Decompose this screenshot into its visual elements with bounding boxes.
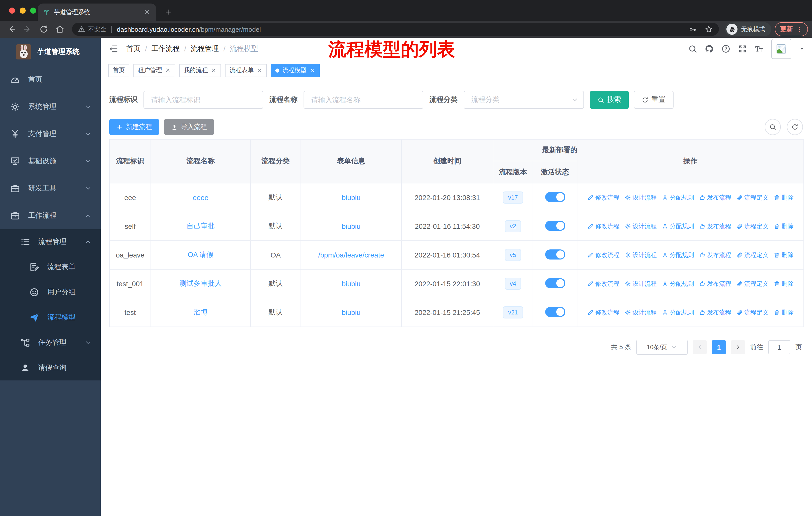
process-name-link[interactable]: OA 请假 — [188, 250, 214, 259]
tag-my-process[interactable]: 我的流程 — [179, 64, 221, 77]
close-icon[interactable] — [257, 67, 262, 73]
active-state-toggle[interactable] — [545, 278, 565, 288]
op-delete[interactable]: 删除 — [774, 279, 794, 288]
sidebar-item-workflow[interactable]: 工作流程 — [0, 202, 101, 229]
active-state-toggle[interactable] — [545, 220, 565, 230]
close-icon[interactable] — [165, 67, 171, 73]
refresh-table-button[interactable] — [787, 119, 803, 135]
reset-button[interactable]: 重置 — [634, 91, 673, 109]
op-delete[interactable]: 删除 — [774, 222, 794, 230]
form-info-link[interactable]: biubiu — [342, 308, 361, 317]
op-design-process[interactable]: 设计流程 — [625, 193, 657, 202]
goto-page-input[interactable] — [768, 340, 790, 354]
url-text[interactable]: dashboard.yudao.iocoder.cn/bpm/manager/m… — [117, 25, 261, 33]
op-assign-rule[interactable]: 分配规则 — [662, 279, 694, 288]
sidebar-item-process-model[interactable]: 流程模型 — [0, 305, 101, 330]
op-publish-process[interactable]: 发布流程 — [699, 193, 731, 202]
next-page-button[interactable] — [731, 340, 745, 354]
op-assign-rule[interactable]: 分配规则 — [662, 222, 694, 230]
sidebar-item-user-group[interactable]: 用户分组 — [0, 280, 101, 305]
op-design-process[interactable]: 设计流程 — [625, 308, 657, 317]
reload-icon[interactable] — [39, 25, 48, 34]
header-search-icon[interactable] — [688, 44, 697, 53]
process-name-input[interactable] — [303, 91, 424, 109]
browser-update-button[interactable]: 更新 — [775, 22, 808, 36]
op-delete[interactable]: 删除 — [774, 193, 794, 202]
op-edit-process[interactable]: 修改流程 — [587, 222, 619, 230]
sidebar-item-process-form[interactable]: 流程表单 — [0, 254, 101, 280]
op-edit-process[interactable]: 修改流程 — [587, 308, 619, 317]
op-process-definition[interactable]: 流程定义 — [736, 308, 768, 317]
version-badge[interactable]: v17 — [503, 191, 523, 203]
search-button[interactable]: 搜索 — [590, 91, 629, 109]
process-name-link[interactable]: eeee — [193, 193, 208, 201]
sidebar-item-payment[interactable]: 支付管理 — [0, 120, 101, 147]
prev-page-button[interactable] — [693, 340, 707, 354]
breadcrumb-process-management[interactable]: 流程管理 — [191, 44, 219, 53]
tag-home[interactable]: 首页 — [108, 64, 129, 77]
op-design-process[interactable]: 设计流程 — [625, 222, 657, 230]
avatar-caret-down-icon[interactable] — [799, 46, 805, 52]
active-state-toggle[interactable] — [545, 192, 565, 202]
version-badge[interactable]: v5 — [505, 249, 521, 261]
close-icon[interactable] — [211, 67, 216, 73]
import-process-button[interactable]: 导入流程 — [164, 119, 214, 135]
show-search-button[interactable] — [765, 119, 781, 135]
sidebar-item-infra[interactable]: 基础设施 — [0, 147, 101, 175]
op-publish-process[interactable]: 发布流程 — [699, 222, 731, 230]
help-icon[interactable] — [721, 44, 730, 53]
process-category-select[interactable]: 流程分类 — [464, 91, 584, 109]
form-info-link[interactable]: /bpm/oa/leave/create — [318, 251, 384, 259]
active-state-toggle[interactable] — [545, 307, 565, 317]
op-publish-process[interactable]: 发布流程 — [699, 308, 731, 317]
new-tab-button[interactable] — [162, 6, 174, 18]
window-minimize-button[interactable] — [20, 7, 26, 13]
op-assign-rule[interactable]: 分配规则 — [662, 251, 694, 259]
sidebar-item-devtools[interactable]: 研发工具 — [0, 175, 101, 202]
op-design-process[interactable]: 设计流程 — [625, 251, 657, 259]
op-edit-process[interactable]: 修改流程 — [587, 251, 619, 259]
back-icon[interactable] — [7, 25, 16, 34]
page-size-select[interactable]: 10条/页 — [636, 340, 688, 355]
op-design-process[interactable]: 设计流程 — [625, 279, 657, 288]
op-edit-process[interactable]: 修改流程 — [587, 279, 619, 288]
sidebar-item-home[interactable]: 首页 — [0, 66, 101, 93]
breadcrumb-home[interactable]: 首页 — [126, 44, 141, 53]
op-publish-process[interactable]: 发布流程 — [699, 251, 731, 259]
fullscreen-icon[interactable] — [738, 44, 747, 53]
form-info-link[interactable]: biubiu — [342, 280, 361, 288]
op-assign-rule[interactable]: 分配规则 — [662, 193, 694, 202]
window-zoom-button[interactable] — [30, 7, 36, 13]
op-assign-rule[interactable]: 分配规则 — [662, 308, 694, 317]
bookmark-star-icon[interactable] — [705, 25, 713, 33]
form-info-link[interactable]: biubiu — [342, 193, 361, 201]
current-page-button[interactable]: 1 — [712, 340, 726, 354]
op-process-definition[interactable]: 流程定义 — [736, 251, 768, 259]
op-process-definition[interactable]: 流程定义 — [736, 222, 768, 230]
op-delete[interactable]: 删除 — [774, 308, 794, 317]
version-badge[interactable]: v4 — [505, 278, 521, 290]
window-close-button[interactable] — [9, 7, 15, 13]
tag-process-model-active[interactable]: 流程模型 — [271, 64, 320, 77]
forward-icon[interactable] — [23, 25, 32, 34]
browser-menu-dots-icon[interactable] — [796, 26, 803, 32]
tag-tenant-management[interactable]: 租户管理 — [134, 64, 175, 77]
sidebar-collapse-icon[interactable] — [108, 44, 118, 54]
op-process-definition[interactable]: 流程定义 — [736, 193, 768, 202]
version-badge[interactable]: v2 — [505, 220, 521, 232]
version-badge[interactable]: v21 — [503, 306, 523, 319]
create-process-button[interactable]: 新建流程 — [109, 119, 159, 135]
process-id-input[interactable] — [143, 91, 263, 109]
active-state-toggle[interactable] — [545, 249, 565, 259]
github-icon[interactable] — [705, 44, 714, 53]
font-size-icon[interactable] — [755, 44, 764, 53]
process-name-link[interactable]: 测试多审批人 — [179, 279, 222, 287]
tab-close-icon[interactable] — [143, 8, 151, 16]
breadcrumb-workflow[interactable]: 工作流程 — [151, 44, 180, 53]
process-name-link[interactable]: 自己审批 — [186, 222, 215, 230]
op-publish-process[interactable]: 发布流程 — [699, 279, 731, 288]
process-name-link[interactable]: 滔博 — [194, 308, 208, 316]
form-info-link[interactable]: biubiu — [342, 222, 361, 230]
browser-tab[interactable]: 芋道管理系统 — [38, 3, 156, 21]
tag-process-form[interactable]: 流程表单 — [225, 64, 267, 77]
